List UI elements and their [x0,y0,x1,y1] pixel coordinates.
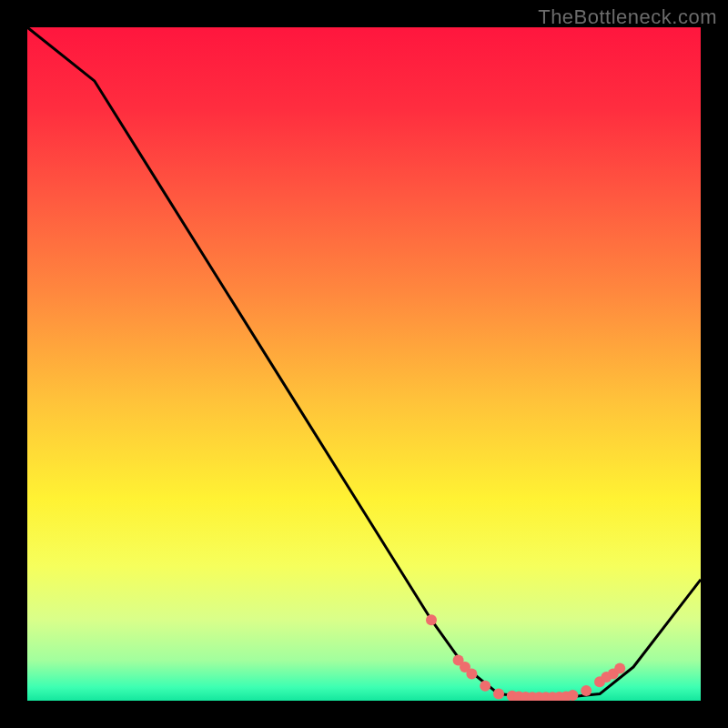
data-point [466,668,477,679]
data-point [567,690,578,701]
data-point [581,685,592,696]
data-point [614,662,625,673]
chart-container: TheBottleneck.com [0,0,728,728]
data-point [480,681,490,692]
gradient-background [27,27,701,701]
data-point [426,614,437,625]
plot-area [27,27,701,701]
data-point [493,689,504,700]
chart-svg [27,27,701,701]
watermark-text: TheBottleneck.com [538,5,717,29]
